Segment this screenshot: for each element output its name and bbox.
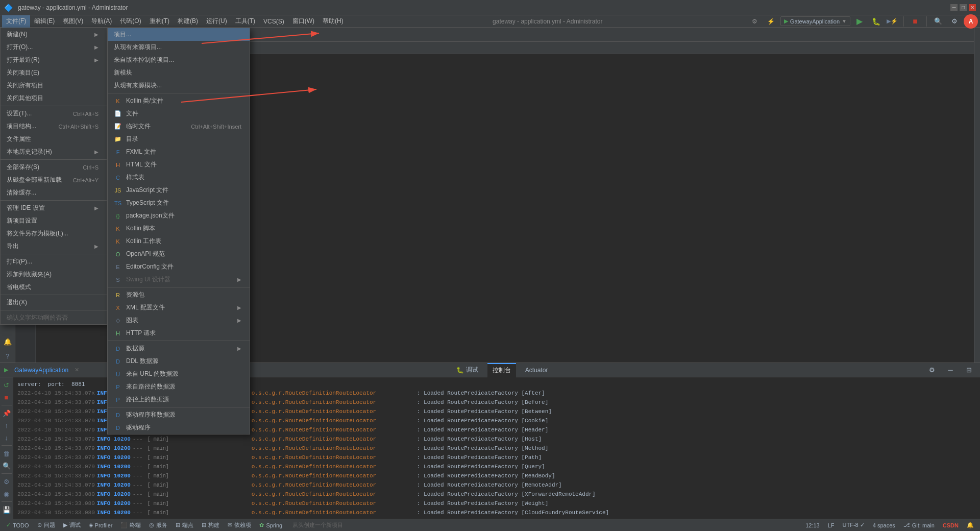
submenu-editorconfig[interactable]: E EditorConfig 文件 [108, 260, 250, 273]
menu-export[interactable]: 导出 ▶ [1, 240, 107, 253]
status-spring[interactable]: ✿ Spring [257, 519, 284, 532]
status-deps[interactable]: ✉ 依赖项 [226, 519, 253, 532]
menu-refactor[interactable]: 重构(T) [145, 15, 174, 28]
submenu-project[interactable]: 项目... [108, 28, 250, 41]
status-debug[interactable]: ▶ 调试 [61, 519, 83, 532]
status-terminal[interactable]: ⬛ 终端 [118, 519, 143, 532]
menu-file-props[interactable]: 文件属性 [1, 133, 107, 146]
menu-save-all[interactable]: 全部保存(S) Ctrl+S [1, 161, 107, 174]
menu-exit[interactable]: 退出(X) [1, 296, 107, 309]
panel-settings-btn[interactable]: ⚙ [925, 363, 939, 377]
submenu-ts[interactable]: TS TypeScript 文件 [108, 197, 250, 209]
restart-btn[interactable]: ↺ [1, 379, 12, 391]
status-problems[interactable]: ⊙ 问题 [35, 519, 57, 532]
submenu-kotlin-script[interactable]: K Kotlin 脚本 [108, 222, 250, 235]
menu-help[interactable]: 帮助(H) [318, 15, 348, 28]
more-btn[interactable]: ⚙ [1, 476, 12, 487]
status-encoding[interactable]: UTF-8 ✓ [841, 519, 867, 532]
status-lf[interactable]: LF [826, 519, 837, 532]
menu-file[interactable]: 文件(F) [2, 15, 30, 28]
menu-edit[interactable]: 编辑(E) [30, 15, 59, 28]
menu-clear-cache[interactable]: 清除缓存... [1, 186, 107, 199]
submenu-js[interactable]: JS JavaScript 文件 [108, 184, 250, 197]
submenu-packagejson[interactable]: {} package.json文件 [108, 209, 250, 222]
submenu-path-datasource[interactable]: P 来自路径的数据源 [108, 380, 250, 393]
menu-local-history[interactable]: 本地历史记录(H) ▶ [1, 146, 107, 158]
menu-vcs[interactable]: VCS(S) [259, 15, 288, 28]
status-time[interactable]: 12:13 [803, 519, 822, 532]
run-tab-actuator[interactable]: Actuator [520, 363, 553, 377]
menu-new-project-settings[interactable]: 新项目设置 [1, 214, 107, 227]
submenu-kotlin-ws[interactable]: K Kotlin 工作表 [108, 235, 250, 248]
menu-tools[interactable]: 工具(T) [231, 15, 259, 28]
submenu-diagram[interactable]: ◇ 图表 ▶ [108, 314, 250, 327]
status-services[interactable]: ◎ 服务 [147, 519, 169, 532]
title-bar-controls[interactable]: ─ □ ✕ [950, 4, 976, 11]
menu-settings[interactable]: 设置(T)... Ctrl+Alt+S [1, 107, 107, 120]
submenu-file[interactable]: 📄 文件 [108, 107, 250, 120]
submenu-kotlin-class[interactable]: K Kotlin 类/文件 [108, 94, 250, 107]
menu-print[interactable]: 打印(P)... [1, 255, 107, 268]
submenu-html[interactable]: H HTML 文件 [108, 158, 250, 171]
submenu-module[interactable]: 新模块 [108, 66, 250, 79]
menu-window[interactable]: 窗口(W) [288, 15, 318, 28]
menu-code[interactable]: 代码(O) [116, 15, 145, 28]
user-avatar[interactable]: A [964, 14, 978, 29]
submenu-directory[interactable]: 📁 目录 [108, 133, 250, 146]
close-button[interactable]: ✕ [969, 4, 976, 11]
menu-open[interactable]: 打开(O)... ▶ [1, 41, 107, 54]
maximize-button[interactable]: □ [960, 4, 967, 11]
status-git[interactable]: ⎇ Git: main [901, 519, 937, 532]
hilt-btn[interactable]: ⚡ [764, 14, 778, 29]
status-notification[interactable]: 🔔 [965, 519, 976, 532]
submenu-scratch[interactable]: 📝 临时文件 Ctrl+Alt+Shift+Insert [108, 120, 250, 133]
scroll-down-btn[interactable]: ↓ [1, 432, 12, 443]
cog-btn[interactable]: ◉ [1, 488, 12, 499]
submenu-stylesheet[interactable]: C 样式表 [108, 171, 250, 184]
menu-close-project[interactable]: 关闭项目(E) [1, 66, 107, 79]
submenu-from-existing[interactable]: 从现有来源项目... [108, 41, 250, 54]
submenu-fxml[interactable]: F FXML 文件 [108, 146, 250, 158]
help-icon[interactable]: ? [1, 349, 14, 363]
menu-new[interactable]: 新建(N) ▶ [1, 28, 107, 41]
submenu-from-existing-module[interactable]: 从现有来源模块... [108, 79, 250, 92]
menu-run[interactable]: 运行(U) [202, 15, 231, 28]
menu-power-save[interactable]: 省电模式 [1, 281, 107, 294]
submenu-driver-ds[interactable]: D 驱动程序和数据源 [108, 408, 250, 421]
settings-btn[interactable]: ⚙ [748, 14, 762, 29]
submenu-xml[interactable]: X XML 配置文件 ▶ [108, 301, 250, 314]
notification-icon[interactable]: 🔔 [1, 335, 14, 348]
submenu-url-datasource[interactable]: U 来自 URL 的数据源 [108, 368, 250, 380]
submenu-from-vcs[interactable]: 来自版本控制的项目... [108, 54, 250, 66]
status-todo[interactable]: ✓ TODO [4, 519, 31, 532]
menu-reload[interactable]: 从磁盘全部重新加载 Ctrl+Alt+Y [1, 174, 107, 186]
menu-ide-settings[interactable]: 管理 IDE 设置 ▶ [1, 202, 107, 214]
clear-btn[interactable]: 🗑 [1, 448, 12, 459]
pin-btn[interactable]: 📌 [1, 407, 12, 419]
filter-btn[interactable]: 🔍 [1, 460, 12, 471]
scroll-up-btn[interactable]: ↑ [1, 420, 12, 431]
run-app-label[interactable]: ▶ GatewayApplication ✕ [4, 366, 79, 375]
right-scrollbar[interactable] [974, 28, 980, 363]
menu-navigate[interactable]: 导航(A) [87, 15, 116, 28]
submenu-datasource[interactable]: D 数据源 ▶ [108, 342, 250, 355]
menu-close-others[interactable]: 关闭其他项目 [1, 92, 107, 105]
status-indent[interactable]: 4 spaces [871, 519, 897, 532]
minimize-button[interactable]: ─ [950, 4, 958, 11]
menu-view[interactable]: 视图(V) [59, 15, 87, 28]
run-coverage-button[interactable]: ▶⚡ [885, 14, 899, 29]
menu-add-fav[interactable]: 添加到收藏夹(A) [1, 268, 107, 281]
run-tab-console[interactable]: 控制台 [487, 363, 516, 377]
submenu-resource-bundle[interactable]: R 资源包 [108, 288, 250, 301]
status-build[interactable]: ⊞ 构建 [200, 519, 222, 532]
debug-button[interactable]: 🐛 [869, 14, 883, 29]
submenu-http[interactable]: H HTTP 请求 [108, 327, 250, 340]
status-csdn[interactable]: CSDN [941, 519, 961, 532]
submenu-path-datasource2[interactable]: P 路径上的数据源 [108, 393, 250, 406]
submenu-openapi[interactable]: O OpenAPI 规范 [108, 248, 250, 260]
submenu-driver[interactable]: D 驱动程序 [108, 421, 250, 434]
stop-run-btn[interactable]: ■ [1, 392, 12, 403]
run-tab-debug[interactable]: 🐛 调试 [451, 363, 483, 377]
status-endpoints[interactable]: ⊞ 端点 [174, 519, 195, 532]
menu-project-structure[interactable]: 项目结构... Ctrl+Alt+Shift+S [1, 120, 107, 133]
